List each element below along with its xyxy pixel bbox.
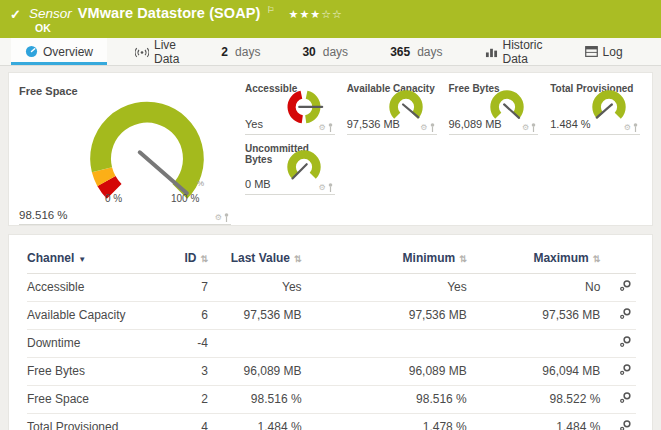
gauge-total-provisioned[interactable]: Total Provisioned 1.484 % ⚙	[550, 79, 640, 135]
cell-minimum: 1.478 %	[302, 414, 467, 430]
cell-id: -4	[168, 330, 208, 358]
object-type-label: Sensor	[29, 6, 72, 21]
cell-id: 4	[168, 414, 208, 430]
tab-label: days	[323, 45, 348, 59]
stars-empty[interactable]: ☆☆	[321, 8, 343, 20]
priority-flag-icon[interactable]: ⚐	[266, 5, 274, 15]
gauge-value: 1.484 %	[550, 118, 590, 130]
channel-table: Channel▼ ID⇅ Last Value⇅ Minimum⇅ Maximu…	[27, 245, 636, 430]
gauge-unit-label: %	[197, 179, 204, 188]
cell-minimum: 96,089 MB	[302, 358, 467, 386]
cell-channel[interactable]: Free Space	[27, 386, 168, 414]
edit-channel-icon[interactable]	[619, 419, 632, 430]
tab-2-days[interactable]: 2 days	[207, 38, 274, 65]
sort-icon[interactable]: ⇅	[593, 254, 601, 264]
sort-icon[interactable]: ⇅	[200, 254, 208, 264]
gear-icon[interactable]: ⚙	[420, 124, 427, 132]
tab-30-days[interactable]: 30 days	[288, 38, 362, 65]
edit-channel-icon[interactable]	[619, 335, 632, 348]
tab-log[interactable]: Log	[571, 38, 637, 65]
pin-icon[interactable]	[633, 123, 638, 132]
sort-icon[interactable]: ⇅	[459, 254, 467, 264]
column-header-edit	[600, 245, 636, 274]
cell-minimum: 98.516 %	[302, 386, 467, 414]
gauge-uncommitted-bytes[interactable]: Uncommitted Bytes 0 MB ⚙	[245, 139, 335, 195]
cell-last-value: Yes	[208, 274, 302, 302]
edit-channel-button[interactable]	[600, 330, 636, 358]
edit-channel-button[interactable]	[600, 386, 636, 414]
gauges-panel: Free Space 0 % 100 % % 98.516 % ⚙ Access…	[8, 72, 653, 226]
status-check-icon: ✓	[10, 7, 21, 22]
tab-number: 365	[390, 45, 410, 59]
gauge-available-capacity[interactable]: Available Capacity 97,536 MB ⚙	[347, 79, 437, 135]
cell-maximum	[467, 330, 601, 358]
gear-icon[interactable]: ⚙	[319, 184, 326, 192]
pin-icon[interactable]	[430, 123, 435, 132]
cell-last-value: 1.484 %	[208, 414, 302, 430]
cell-channel[interactable]: Accessible	[27, 274, 168, 302]
stars-filled[interactable]: ★★★	[289, 8, 322, 20]
table-row[interactable]: Total Provisioned41.484 %1.478 %1.484 %	[27, 414, 636, 430]
cell-channel[interactable]: Free Bytes	[27, 358, 168, 386]
empty-cell	[550, 139, 640, 195]
column-header-channel[interactable]: Channel▼	[27, 245, 168, 274]
table-row[interactable]: Downtime-4	[27, 330, 636, 358]
sort-desc-icon[interactable]: ▼	[78, 255, 86, 264]
cell-maximum: 98.522 %	[467, 386, 601, 414]
gear-icon[interactable]: ⚙	[215, 214, 222, 222]
edit-channel-icon[interactable]	[619, 363, 632, 376]
tab-bar: Overview Live Data 2 days 30 days 365 da…	[0, 38, 661, 66]
gauge-value: 0 MB	[245, 178, 271, 190]
tab-live-data[interactable]: Live Data	[121, 38, 193, 65]
pin-icon[interactable]	[328, 123, 333, 132]
tab-label: days	[235, 45, 260, 59]
cell-channel[interactable]: Total Provisioned	[27, 414, 168, 430]
edit-channel-button[interactable]	[600, 358, 636, 386]
edit-channel-button[interactable]	[600, 274, 636, 302]
gauge-hover-icons: ⚙	[319, 123, 333, 132]
cell-channel[interactable]: Downtime	[27, 330, 168, 358]
priority-stars[interactable]: ★★★☆☆	[289, 8, 343, 21]
tab-label: Log	[603, 45, 623, 59]
cell-maximum: 1.484 %	[467, 414, 601, 430]
table-row[interactable]: Free Space298.516 %98.516 %98.522 %	[27, 386, 636, 414]
table-row[interactable]: Accessible7YesYesNo	[27, 274, 636, 302]
gauge-hover-icons: ⚙	[420, 123, 434, 132]
gear-icon[interactable]: ⚙	[522, 124, 529, 132]
gear-icon[interactable]: ⚙	[624, 124, 631, 132]
cell-channel[interactable]: Available Capacity	[27, 302, 168, 330]
edit-channel-icon[interactable]	[619, 391, 632, 404]
column-header-id[interactable]: ID⇅	[168, 245, 208, 274]
edit-channel-button[interactable]	[600, 302, 636, 330]
gauge-hover-icons: ⚙	[522, 123, 536, 132]
gauge-value: 96,089 MB	[449, 118, 502, 130]
column-header-minimum[interactable]: Minimum⇅	[302, 245, 467, 274]
free-space-gauge-chart	[67, 93, 227, 205]
edit-channel-icon[interactable]	[619, 279, 632, 292]
cell-last-value: 98.516 %	[208, 386, 302, 414]
gauge-hover-icons: ⚙	[215, 213, 229, 222]
tab-settings[interactable]: ⚙ Settings	[651, 38, 661, 65]
pin-icon[interactable]	[531, 123, 536, 132]
gear-icon[interactable]: ⚙	[319, 124, 326, 132]
cell-id: 6	[168, 302, 208, 330]
tab-overview[interactable]: Overview	[11, 38, 107, 65]
gauge-free-space[interactable]: Free Space 0 % 100 % % 98.516 % ⚙	[19, 79, 231, 225]
table-row[interactable]: Free Bytes396,089 MB96,089 MB96,094 MB	[27, 358, 636, 386]
edit-channel-icon[interactable]	[619, 307, 632, 320]
gauge-accessible[interactable]: Accessible Yes ⚙	[245, 79, 335, 135]
page-title: VMware Datastore (SOAP)	[78, 5, 261, 21]
sort-icon[interactable]: ⇅	[294, 254, 302, 264]
edit-channel-button[interactable]	[600, 414, 636, 430]
content-area: Free Space 0 % 100 % % 98.516 % ⚙ Access…	[0, 66, 661, 430]
column-header-last-value[interactable]: Last Value⇅	[208, 245, 302, 274]
pin-icon[interactable]	[224, 213, 229, 222]
tab-365-days[interactable]: 365 days	[376, 38, 456, 65]
table-row[interactable]: Available Capacity697,536 MB97,536 MB97,…	[27, 302, 636, 330]
cell-minimum: Yes	[302, 274, 467, 302]
tab-historic-data[interactable]: Historic Data	[471, 38, 557, 65]
column-header-maximum[interactable]: Maximum⇅	[467, 245, 601, 274]
gauge-free-bytes[interactable]: Free Bytes 96,089 MB ⚙	[449, 79, 539, 135]
gauge-icon	[25, 45, 38, 58]
pin-icon[interactable]	[328, 183, 333, 192]
